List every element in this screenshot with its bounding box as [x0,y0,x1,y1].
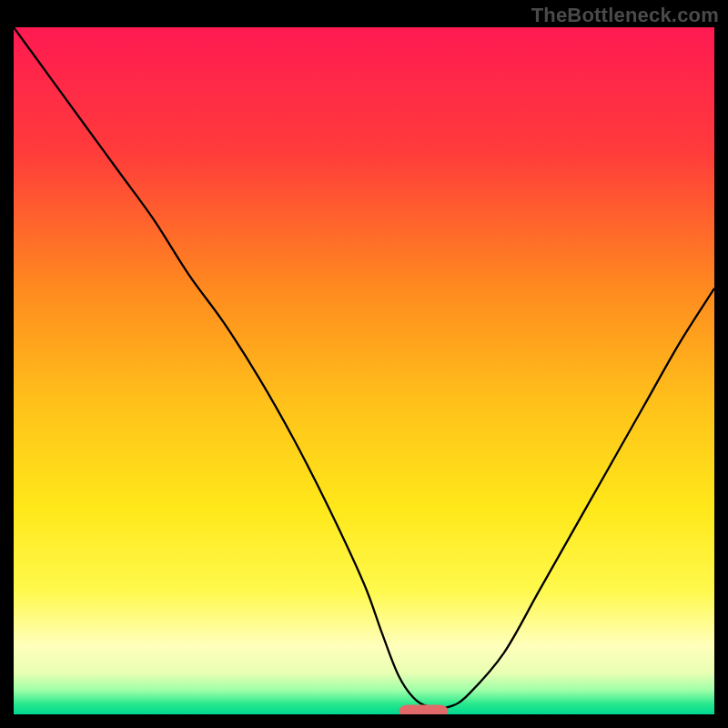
chart-frame: TheBottleneck.com [0,0,728,728]
plot-area [14,27,714,714]
optimal-marker [399,704,449,714]
bottleneck-chart [14,27,714,714]
gradient-background [14,27,714,714]
watermark-text: TheBottleneck.com [531,4,719,27]
